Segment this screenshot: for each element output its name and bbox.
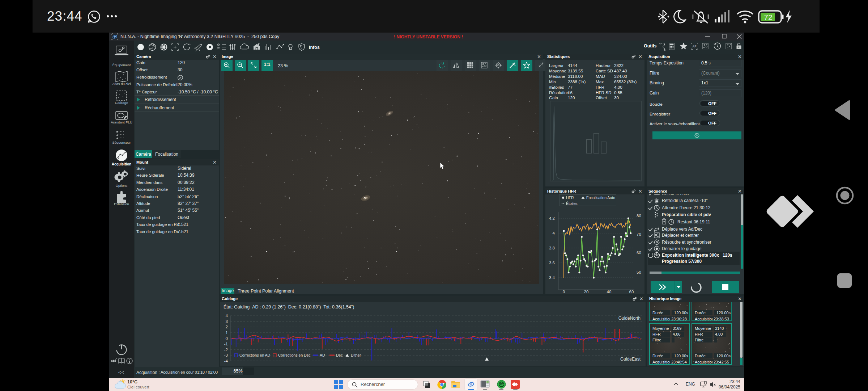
svg-text:2: 2 xyxy=(226,325,228,329)
svg-text:Corrections en Dec: Corrections en Dec xyxy=(278,353,311,357)
svg-text:Démarrer le guidage: Démarrer le guidage xyxy=(662,246,702,251)
svg-text:3.6: 3.6 xyxy=(549,261,555,265)
svg-text:60: 60 xyxy=(637,251,641,255)
svg-text:Focalisation Auto: Focalisation Auto xyxy=(586,196,615,200)
svg-text:Déplacer et centrer: Déplacer et centrer xyxy=(662,233,699,238)
svg-text:-4: -4 xyxy=(224,359,228,363)
svg-text:Déplace vers Ad/Dec: Déplace vers Ad/Dec xyxy=(662,227,702,232)
svg-text:Exposition intelligente 300x: Exposition intelligente 300x 120s xyxy=(662,253,732,258)
svg-text:0: 0 xyxy=(226,336,228,341)
svg-text:Refroidir la caméra -10°: Refroidir la caméra -10° xyxy=(662,198,708,203)
svg-text:Attendre l'heure 21:30:12: Attendre l'heure 21:30:12 xyxy=(662,205,711,210)
svg-text:-2: -2 xyxy=(224,348,228,352)
svg-text:50: 50 xyxy=(637,270,641,274)
svg-text:Infos: Infos xyxy=(309,45,320,50)
svg-text:72: 72 xyxy=(764,13,772,21)
svg-text:Dither: Dither xyxy=(351,353,361,357)
svg-text:0: 0 xyxy=(563,290,565,294)
svg-text:60: 60 xyxy=(629,290,634,294)
svg-text:4: 4 xyxy=(553,231,555,235)
svg-text:40: 40 xyxy=(607,290,612,294)
svg-text:3.8: 3.8 xyxy=(549,246,555,250)
svg-text:Dec: Dec xyxy=(336,353,343,357)
svg-text:Résoudre et synchroniser: Résoudre et synchroniser xyxy=(662,240,711,245)
svg-text:3.4: 3.4 xyxy=(549,276,555,280)
svg-text:GuideEast: GuideEast xyxy=(620,357,641,362)
svg-text:1: 1 xyxy=(226,331,228,335)
svg-text:AD: AD xyxy=(320,353,325,357)
svg-text:Progression 57/300: Progression 57/300 xyxy=(662,259,702,264)
svg-text:HFR: HFR xyxy=(566,196,574,200)
svg-text:GuideNorth: GuideNorth xyxy=(618,316,641,321)
svg-text:4.2: 4.2 xyxy=(549,216,555,220)
svg-text:20: 20 xyxy=(584,290,589,294)
svg-text:80: 80 xyxy=(637,214,641,218)
svg-text:Corrections en AD: Corrections en AD xyxy=(239,353,271,357)
svg-text:3: 3 xyxy=(226,319,228,324)
svg-text:Préparation cible et pdv: Préparation cible et pdv xyxy=(662,212,711,217)
svg-text:Étoiles: Étoiles xyxy=(566,201,578,206)
svg-text:70: 70 xyxy=(637,232,641,236)
svg-text:AF: AF xyxy=(693,45,697,48)
svg-text:4: 4 xyxy=(226,314,228,318)
svg-text:FHD: FHD xyxy=(501,384,504,386)
svg-text:-3: -3 xyxy=(224,353,228,357)
svg-text:Restant 06:19:11: Restant 06:19:11 xyxy=(677,219,710,224)
svg-text:-1: -1 xyxy=(224,342,228,346)
